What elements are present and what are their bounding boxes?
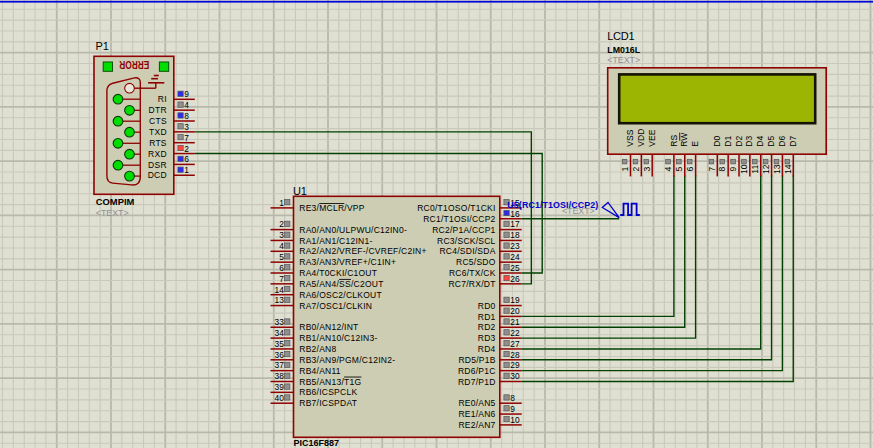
- svg-text:5: 5: [279, 252, 284, 262]
- svg-text:RB2/AN8: RB2/AN8: [299, 344, 336, 354]
- svg-text:<TEXT>: <TEXT>: [562, 206, 595, 216]
- svg-text:U1: U1: [293, 185, 307, 197]
- svg-text:4: 4: [184, 100, 189, 110]
- svg-text:RA0/AN0/ULPWU/C12IN0-: RA0/AN0/ULPWU/C12IN0-: [299, 225, 407, 235]
- svg-text:RXD: RXD: [148, 149, 167, 159]
- svg-text:20: 20: [510, 306, 520, 316]
- svg-text:9: 9: [510, 404, 515, 414]
- svg-text:RC7/RX/DT: RC7/RX/DT: [448, 279, 495, 289]
- svg-text:D7: D7: [788, 136, 798, 147]
- svg-text:RD1: RD1: [478, 312, 496, 322]
- svg-text:8: 8: [717, 167, 727, 172]
- svg-text:RB4/AN11: RB4/AN11: [299, 366, 341, 376]
- svg-text:RE0/AN5: RE0/AN5: [458, 398, 495, 408]
- svg-text:33: 33: [274, 317, 284, 327]
- svg-text:23: 23: [510, 241, 520, 251]
- svg-text:RA6/OSC2/CLKOUT: RA6/OSC2/CLKOUT: [299, 290, 382, 300]
- svg-text:RD2: RD2: [478, 322, 496, 332]
- svg-text:9: 9: [184, 89, 189, 99]
- svg-text:3: 3: [642, 167, 652, 172]
- svg-text:CTS: CTS: [149, 116, 167, 126]
- svg-text:VDD: VDD: [636, 129, 646, 147]
- svg-text:28: 28: [510, 350, 520, 360]
- svg-text:RC0/T1OSO/T1CKI: RC0/T1OSO/T1CKI: [417, 203, 495, 213]
- svg-text:25: 25: [510, 263, 520, 273]
- svg-text:RC4/SDI/SDA: RC4/SDI/SDA: [439, 246, 495, 256]
- svg-text:36: 36: [274, 350, 284, 360]
- svg-text:RE3/MCLR/VPP: RE3/MCLR/VPP: [299, 203, 364, 213]
- svg-text:10: 10: [739, 164, 749, 174]
- svg-text:RC3/SCK/SCL: RC3/SCK/SCL: [437, 236, 496, 246]
- svg-text:RD0: RD0: [478, 301, 496, 311]
- svg-text:39: 39: [274, 382, 284, 392]
- svg-text:1: 1: [620, 167, 630, 172]
- svg-text:RA3/AN3/VREF+/C1IN+: RA3/AN3/VREF+/C1IN+: [299, 257, 396, 267]
- svg-text:ERROR: ERROR: [119, 59, 149, 71]
- svg-text:LM016L: LM016L: [607, 45, 640, 55]
- svg-text:22: 22: [510, 328, 520, 338]
- svg-text:PIC16F887: PIC16F887: [294, 438, 340, 448]
- svg-text:7: 7: [279, 274, 284, 284]
- svg-text:6: 6: [685, 167, 695, 172]
- svg-text:RD6/P1C: RD6/P1C: [458, 366, 496, 376]
- svg-text:RB1/AN10/C12IN3-: RB1/AN10/C12IN3-: [299, 333, 377, 343]
- svg-text:4: 4: [663, 167, 673, 172]
- svg-text:18: 18: [510, 230, 520, 240]
- svg-text:9: 9: [728, 167, 738, 172]
- svg-text:5: 5: [674, 167, 684, 172]
- svg-text:7: 7: [707, 167, 717, 172]
- svg-text:D3: D3: [744, 136, 754, 147]
- svg-text:38: 38: [274, 371, 284, 381]
- svg-text:D0: D0: [712, 136, 722, 147]
- svg-text:2: 2: [279, 219, 284, 229]
- svg-text:14: 14: [783, 164, 793, 174]
- svg-text:34: 34: [274, 328, 284, 338]
- svg-text:D1: D1: [723, 136, 733, 147]
- svg-text:4: 4: [279, 241, 284, 251]
- svg-text:27: 27: [510, 339, 520, 349]
- svg-text:21: 21: [510, 317, 520, 327]
- svg-text:LCD1: LCD1: [607, 30, 634, 42]
- svg-text:3: 3: [279, 230, 284, 240]
- svg-text:2: 2: [631, 167, 641, 172]
- svg-text:RD7/P1D: RD7/P1D: [458, 377, 496, 387]
- svg-text:1: 1: [279, 198, 284, 208]
- svg-text:10: 10: [510, 415, 520, 425]
- svg-text:P1: P1: [96, 40, 109, 52]
- svg-text:E: E: [690, 141, 700, 147]
- svg-text:RC5/SDO: RC5/SDO: [456, 257, 496, 267]
- svg-text:1: 1: [184, 165, 189, 175]
- svg-text:RI: RI: [158, 94, 167, 104]
- svg-text:RA7/OSC1/CLKIN: RA7/OSC1/CLKIN: [299, 301, 372, 311]
- svg-text:26: 26: [510, 274, 520, 284]
- svg-text:VEE: VEE: [647, 129, 657, 147]
- svg-text:RD3: RD3: [478, 333, 496, 343]
- svg-text:3: 3: [184, 122, 189, 132]
- svg-text:6: 6: [279, 263, 284, 273]
- svg-text:D4: D4: [755, 136, 765, 147]
- svg-text:<TEXT>: <TEXT>: [96, 208, 129, 218]
- svg-text:13: 13: [274, 295, 284, 305]
- svg-text:RB5/AN13/T1G: RB5/AN13/T1G: [299, 377, 361, 387]
- svg-text:D6: D6: [777, 136, 787, 147]
- svg-text:24: 24: [510, 252, 520, 262]
- svg-text:16: 16: [510, 209, 520, 219]
- svg-text:VSS: VSS: [625, 129, 635, 147]
- svg-text:2: 2: [184, 144, 189, 154]
- svg-text:RC6/TX/CK: RC6/TX/CK: [449, 268, 496, 278]
- svg-text:11: 11: [750, 165, 760, 174]
- svg-text:DTR: DTR: [149, 105, 167, 115]
- svg-text:RC1/T1OSI/CCP2: RC1/T1OSI/CCP2: [423, 214, 495, 224]
- svg-text:RD5/P1B: RD5/P1B: [458, 355, 495, 365]
- svg-text:RE2/AN7: RE2/AN7: [458, 420, 495, 430]
- svg-text:8: 8: [184, 111, 189, 121]
- svg-text:D2: D2: [734, 136, 744, 147]
- svg-text:40: 40: [274, 393, 284, 403]
- svg-text:RW: RW: [679, 133, 689, 147]
- svg-text:DCD: DCD: [148, 170, 167, 180]
- svg-text:17: 17: [510, 219, 520, 229]
- svg-text:RB0/AN12/INT: RB0/AN12/INT: [299, 322, 358, 332]
- svg-text:COMPIM: COMPIM: [96, 196, 135, 207]
- svg-text:RB6/ICSPCLK: RB6/ICSPCLK: [299, 387, 357, 397]
- svg-text:TXD: TXD: [149, 127, 167, 137]
